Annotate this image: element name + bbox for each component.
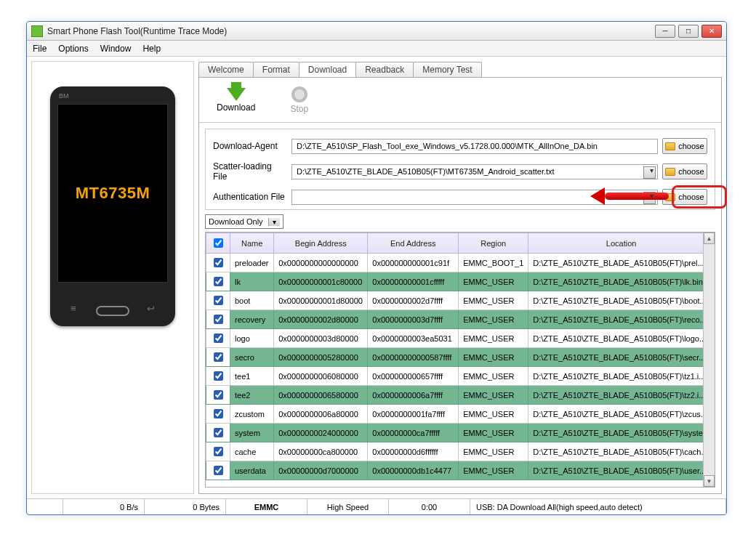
row-check[interactable] bbox=[206, 310, 230, 329]
download-button[interactable]: Download bbox=[217, 88, 255, 113]
row-begin: 0x0000000006080000 bbox=[274, 367, 368, 386]
row-check[interactable] bbox=[206, 405, 230, 424]
row-check[interactable] bbox=[206, 367, 230, 386]
tab-download[interactable]: Download bbox=[299, 62, 356, 77]
download-mode-select[interactable]: Download Only bbox=[205, 214, 284, 229]
row-location: D:\ZTE_A510\ZTE_BLADE_A510B05(FT)\prel..… bbox=[528, 254, 715, 272]
row-location: D:\ZTE_A510\ZTE_BLADE_A510B05(FT)\secr..… bbox=[528, 348, 715, 367]
row-location: D:\ZTE_A510\ZTE_BLADE_A510B05(FT)\tz2.i.… bbox=[528, 386, 715, 405]
phone-brand: BM bbox=[59, 92, 69, 100]
choose-label: choose bbox=[678, 142, 704, 150]
row-region: EMMC_USER bbox=[459, 310, 528, 329]
row-check[interactable] bbox=[206, 424, 230, 442]
row-location: D:\ZTE_A510\ZTE_BLADE_A510B05(FT)\tz1.i.… bbox=[528, 367, 715, 386]
status-time: 0:00 bbox=[389, 499, 470, 514]
table-row[interactable]: logo0x0000000003d800000x0000000003ea5031… bbox=[206, 329, 715, 348]
scroll-down-icon[interactable]: ▼ bbox=[704, 475, 715, 487]
table-row[interactable]: recovery0x0000000002d800000x0000000003d7… bbox=[206, 310, 715, 329]
row-location: D:\ZTE_A510\ZTE_BLADE_A510B05(FT)\syste.… bbox=[528, 424, 715, 442]
menu-file[interactable]: File bbox=[33, 44, 47, 54]
maximize-button[interactable]: □ bbox=[678, 25, 699, 38]
row-name: preloader bbox=[230, 254, 274, 272]
table-row[interactable]: zcustom0x0000000006a800000x0000000001fa7… bbox=[206, 405, 715, 424]
table-row[interactable]: tee10x00000000060800000x000000000657ffff… bbox=[206, 367, 715, 386]
menu-window[interactable]: Window bbox=[100, 44, 132, 54]
auth-file-input[interactable] bbox=[291, 190, 658, 205]
row-location: D:\ZTE_A510\ZTE_BLADE_A510B05(FT)\cach..… bbox=[528, 442, 715, 461]
row-begin: 0x00000000ca800000 bbox=[274, 442, 368, 461]
row-region: EMMC_USER bbox=[459, 405, 528, 424]
row-name: recovery bbox=[230, 310, 274, 329]
download-mode-value: Download Only bbox=[209, 217, 263, 226]
download-agent-label: Download-Agent bbox=[213, 141, 287, 151]
col-check[interactable] bbox=[206, 233, 230, 254]
row-begin: 0x0000000000000000 bbox=[274, 254, 368, 272]
table-row[interactable]: tee20x00000000065800000x0000000006a7ffff… bbox=[206, 386, 715, 405]
choose-auth-button[interactable]: choose bbox=[662, 189, 707, 205]
row-region: EMMC_USER bbox=[459, 442, 528, 461]
tab-format[interactable]: Format bbox=[253, 62, 299, 77]
row-begin: 0x0000000005280000 bbox=[274, 348, 368, 367]
download-arrow-icon bbox=[227, 88, 246, 101]
row-name: zcustom bbox=[230, 405, 274, 424]
choose-agent-button[interactable]: choose bbox=[662, 138, 707, 154]
row-check[interactable] bbox=[206, 272, 230, 291]
stop-button[interactable]: Stop bbox=[290, 86, 308, 114]
table-row[interactable]: userdata0x00000000d70000000x00000000db1c… bbox=[206, 461, 715, 480]
tab-bar: Welcome Format Download Readback Memory … bbox=[198, 61, 722, 77]
auth-file-label: Authentication File bbox=[213, 192, 287, 202]
row-check[interactable] bbox=[206, 386, 230, 405]
table-row[interactable]: lk0x00000000001c800000x00000000001cfffff… bbox=[206, 272, 715, 291]
row-end: 0x00000000001cfffff bbox=[368, 272, 459, 291]
menu-options[interactable]: Options bbox=[58, 44, 88, 54]
table-row[interactable]: preloader0x00000000000000000x00000000000… bbox=[206, 254, 715, 272]
choose-label: choose bbox=[678, 193, 704, 201]
row-end: 0x0000000003ea5031 bbox=[368, 329, 459, 348]
row-check[interactable] bbox=[206, 329, 230, 348]
row-name: userdata bbox=[230, 461, 274, 480]
scatter-file-input[interactable]: D:\ZTE_A510\ZTE_BLADE_A510B05(FT)\MT6735… bbox=[291, 164, 658, 179]
row-region: EMMC_BOOT_1 bbox=[459, 254, 528, 272]
table-row[interactable]: secro0x00000000052800000x00000000000587f… bbox=[206, 348, 715, 367]
scroll-up-icon[interactable]: ▲ bbox=[704, 232, 715, 244]
check-all[interactable] bbox=[214, 238, 223, 248]
download-label: Download bbox=[217, 102, 255, 113]
minimize-button[interactable]: ─ bbox=[655, 25, 675, 38]
folder-icon bbox=[665, 168, 675, 176]
col-begin[interactable]: Begin Address bbox=[274, 233, 368, 254]
file-fields-group: Download-Agent D:\ZTE_A510\SP_Flash_Tool… bbox=[205, 129, 715, 210]
col-name[interactable]: Name bbox=[230, 233, 274, 254]
col-region[interactable]: Region bbox=[459, 233, 528, 254]
download-agent-input[interactable]: D:\ZTE_A510\SP_Flash_Tool_exe_Windows_v5… bbox=[291, 139, 658, 154]
row-end: 0x0000000006a7ffff bbox=[368, 386, 459, 405]
row-name: secro bbox=[230, 348, 274, 367]
col-end[interactable]: End Address bbox=[368, 233, 459, 254]
row-region: EMMC_USER bbox=[459, 329, 528, 348]
row-begin: 0x00000000d7000000 bbox=[274, 461, 368, 480]
row-begin: 0x0000000003d80000 bbox=[274, 329, 368, 348]
back-soft-key-icon: ↩ bbox=[147, 303, 155, 314]
table-row[interactable]: boot0x00000000001d800000x0000000002d7fff… bbox=[206, 291, 715, 310]
table-row[interactable]: system0x00000000240000000x00000000ca7fff… bbox=[206, 424, 715, 442]
status-bytes: 0 Bytes bbox=[145, 499, 226, 514]
tab-readback[interactable]: Readback bbox=[355, 62, 414, 77]
vertical-scrollbar[interactable]: ▲ ▼ bbox=[703, 232, 715, 487]
tab-memory-test[interactable]: Memory Test bbox=[413, 62, 481, 77]
row-check[interactable] bbox=[206, 348, 230, 367]
choose-scatter-button[interactable]: choose bbox=[662, 163, 707, 179]
status-usb: USB: DA Download All(high speed,auto det… bbox=[470, 499, 726, 514]
row-check[interactable] bbox=[206, 461, 230, 480]
tab-welcome[interactable]: Welcome bbox=[198, 62, 254, 77]
close-button[interactable]: ✕ bbox=[701, 25, 722, 38]
row-end: 0x0000000001fa7ffff bbox=[368, 405, 459, 424]
row-check[interactable] bbox=[206, 254, 230, 272]
table-row[interactable]: cache0x00000000ca8000000x00000000d6fffff… bbox=[206, 442, 715, 461]
row-end: 0x00000000000587ffff bbox=[368, 348, 459, 367]
col-location[interactable]: Location bbox=[528, 233, 715, 254]
row-begin: 0x0000000006580000 bbox=[274, 386, 368, 405]
scatter-file-label: Scatter-loading File bbox=[213, 161, 287, 182]
row-check[interactable] bbox=[206, 291, 230, 310]
menu-help[interactable]: Help bbox=[142, 44, 161, 54]
row-location: D:\ZTE_A510\ZTE_BLADE_A510B05(FT)\reco..… bbox=[528, 310, 715, 329]
row-check[interactable] bbox=[206, 442, 230, 461]
